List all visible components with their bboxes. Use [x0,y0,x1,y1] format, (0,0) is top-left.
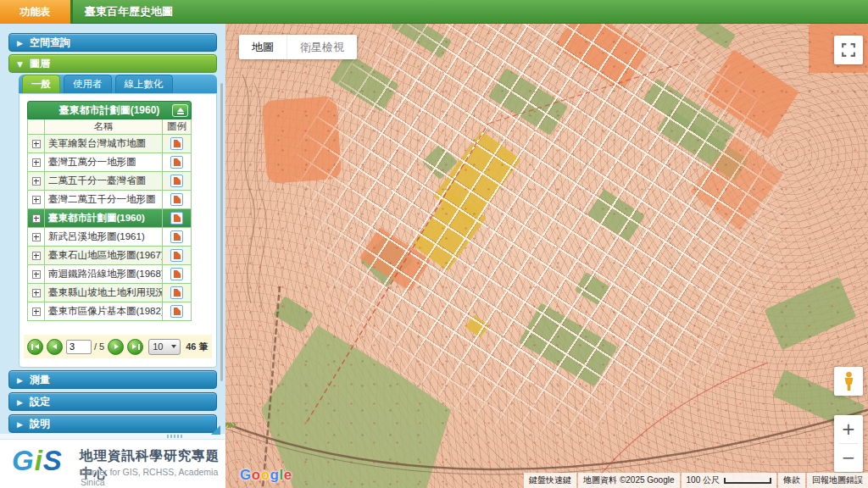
chevron-down-icon: ▼ [17,55,23,74]
chevron-right-icon: ▶ [17,415,23,434]
layer-row[interactable]: 新武呂溪地形圖(1961) [27,228,192,247]
pegman-button[interactable] [834,367,863,396]
accordion-label: 說明 [30,418,50,430]
layer-row[interactable]: 美軍繪製台灣城市地圖 [27,135,192,153]
legend-icon[interactable] [170,193,183,206]
legend-icon[interactable] [170,249,183,262]
terms-link[interactable]: 條款 [778,473,805,488]
prev-page-button[interactable] [47,339,63,355]
center-name-en: Center for GIS, RCHSS, Academia Sinica [81,467,225,487]
sidebar-scrollbar[interactable] [220,83,223,381]
legend-icon[interactable] [170,137,183,150]
map-canvas[interactable]: »» 地圖 衛星檢視 + − Google 鍵盤快速鍵 地圖資料 ©2025 G… [225,24,868,488]
selected-layer-title: 臺東都市計劃圖(1960) [59,104,160,116]
layer-row[interactable]: 臺灣五萬分一地形圖 [27,153,192,172]
accordion-settings[interactable]: ▶ 設定 [8,392,217,411]
expand-row-icon[interactable] [32,233,41,241]
resize-handle-icon[interactable] [211,425,220,435]
collapse-panel-icon[interactable] [172,104,188,117]
legend-icon[interactable] [170,268,183,280]
accordion-label: 圖層 [30,58,50,69]
chevron-right-icon: ▶ [17,371,23,390]
scale-control: 100 公尺 [682,473,776,488]
layer-row-selected[interactable]: 臺東都市計劃圖(1960) [27,209,192,228]
map-attribution: 鍵盤快速鍵 地圖資料 ©2025 Google 100 公尺 條款 回報地圖錯誤 [522,473,868,488]
map-line-overlay [225,24,868,488]
zoom-in-button[interactable]: + [834,415,863,443]
expand-row-icon[interactable] [32,196,41,204]
legend-icon[interactable] [170,212,183,225]
layer-row[interactable]: 臺東市區像片基本圖(1982) [27,302,192,321]
legend-icon[interactable] [170,305,183,318]
tab-user[interactable]: 使用者 [64,75,112,93]
dropdown-caret-icon [171,345,176,348]
accordion-label: 設定 [30,396,50,408]
footer-logo-area: GiS 地理資訊科學研究專題中心 Center for GIS, RCHSS, … [0,439,225,488]
fullscreen-icon [841,42,856,58]
expand-row-icon[interactable] [32,270,41,279]
accordion-measure[interactable]: ▶ 測量 [8,370,217,389]
record-count: 46 筆 [186,341,208,353]
expand-row-icon[interactable] [32,214,41,223]
keyboard-shortcuts-link[interactable]: 鍵盤快速鍵 [524,473,576,488]
expand-row-icon[interactable] [32,177,41,186]
page-input[interactable] [66,340,92,354]
sidebar-collapse-arrow[interactable]: »» [225,416,234,433]
tab-general[interactable]: 一般 [22,75,60,93]
first-page-button[interactable] [27,339,43,355]
map-data-copyright: 地圖資料 ©2025 Google [578,473,679,488]
expand-row-icon[interactable] [32,252,41,260]
layer-tabstrip: 一般 使用者 線上數化 [19,75,217,93]
pager: / 5 10 46 筆 [24,335,212,358]
accordion-label: 測量 [30,374,50,385]
app-title: 臺東百年歷史地圖 [85,0,173,24]
top-menubar: 功能表 臺東百年歷史地圖 [0,0,868,24]
accordion-spatial-query[interactable]: ▶ 空間查詢 [8,33,217,52]
expand-row-icon[interactable] [32,308,41,316]
next-page-button[interactable] [108,339,124,355]
legend-icon[interactable] [170,156,183,169]
map-type-map-button[interactable]: 地圖 [239,35,287,59]
menu-tab[interactable]: 功能表 [0,0,73,24]
page-total: / 5 [94,341,104,352]
column-header-row: 名稱 圖例 [27,119,192,135]
layer-table: 臺東都市計劃圖(1960) 名稱 圖例 美軍繪製台灣城市地圖 臺灣五萬分一地形圖 [27,101,192,321]
legend-icon[interactable] [170,230,183,243]
expand-row-icon[interactable] [32,289,41,297]
layer-table-header: 臺東都市計劃圖(1960) [27,101,192,119]
column-name: 名稱 [45,120,162,133]
chevron-right-icon: ▶ [17,34,23,53]
zoom-control: + − [834,415,863,472]
sidebar: ▶ 空間查詢 ▼ 圖層 一般 使用者 線上數化 臺東都市計劃圖(1960) 名稱… [0,24,225,488]
splitter-grip-icon[interactable] [167,435,182,438]
layer-row[interactable]: 二萬五千分一臺灣省圖 [27,172,192,191]
accordion-label: 空間查詢 [30,36,70,48]
accordion-help[interactable]: ▶ 說明 [8,414,217,433]
legend-icon[interactable] [170,175,183,187]
layer-panel: 臺東都市計劃圖(1960) 名稱 圖例 美軍繪製台灣城市地圖 臺灣五萬分一地形圖 [19,93,217,368]
layer-row[interactable]: 臺東縣山坡地土地利用現況... [27,284,192,302]
expand-row-icon[interactable] [32,140,41,148]
expand-row-icon[interactable] [32,158,41,167]
tab-online-digitize[interactable]: 線上數化 [115,75,173,93]
page-size-select[interactable]: 10 [148,339,181,355]
accordion-layers[interactable]: ▼ 圖層 [8,54,217,73]
chevron-right-icon: ▶ [17,393,23,412]
fullscreen-button[interactable] [834,36,863,64]
column-legend: 圖例 [162,119,191,134]
scale-bar [724,478,771,484]
layer-row[interactable]: 臺灣二萬五千分一地形圖 [27,191,192,209]
pegman-icon [843,371,854,391]
scale-label: 100 公尺 [687,474,720,486]
zoom-out-button[interactable]: − [834,444,863,472]
google-logo[interactable]: Google [240,467,292,484]
gis-logo: GiS [12,445,63,477]
layer-row[interactable]: 南迴鐵路沿線地形圖(1968) [27,265,192,284]
last-page-button[interactable] [127,339,143,355]
layer-row[interactable]: 臺東石山地區地形圖(1967) [27,247,192,265]
report-map-error-link[interactable]: 回報地圖錯誤 [807,473,868,488]
legend-icon[interactable] [170,286,183,299]
map-type-satellite-button[interactable]: 衛星檢視 [287,35,357,59]
map-type-control: 地圖 衛星檢視 [239,35,357,59]
